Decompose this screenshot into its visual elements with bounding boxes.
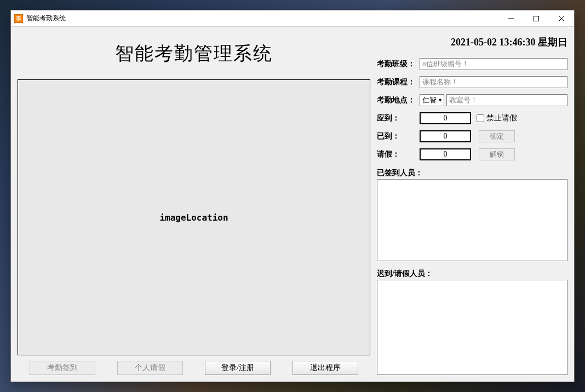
location-label: 考勤地点：: [377, 95, 420, 105]
maximize-button[interactable]: [524, 10, 549, 26]
minimize-icon: [508, 16, 514, 21]
building-select[interactable]: 仁智 ▼: [420, 94, 444, 106]
close-icon: [559, 16, 564, 21]
window-title: 智能考勤系统: [26, 14, 66, 23]
maximize-icon: [534, 16, 539, 21]
minimize-button[interactable]: [498, 10, 524, 26]
late-leave-list[interactable]: [377, 280, 567, 375]
expected-label: 应到：: [377, 113, 420, 123]
signin-button[interactable]: 考勤签到: [30, 361, 95, 375]
expected-value: 0: [420, 112, 471, 124]
late-section-label: 迟到/请假人员：: [377, 269, 567, 279]
client-area: 智能考勤管理系统 imageLocation 考勤签到 个人请假 登录/注册 退…: [11, 27, 574, 382]
leave-value: 0: [420, 148, 471, 160]
class-input[interactable]: [420, 58, 567, 70]
personal-leave-button[interactable]: 个人请假: [117, 361, 183, 375]
exit-button[interactable]: 退出程序: [292, 361, 358, 375]
arrived-value: 0: [420, 130, 471, 142]
signed-section-label: 已签到人员：: [377, 168, 567, 178]
app-icon: 季: [14, 14, 23, 23]
forbid-leave-checkbox[interactable]: 禁止请假: [477, 113, 517, 123]
course-label: 考勤课程：: [377, 77, 420, 87]
leave-label: 请假：: [377, 149, 420, 159]
unlock-button[interactable]: 解锁: [479, 148, 515, 160]
right-pane: 2021-05-02 13:46:30 星期日 考勤班级： 考勤课程： 考勤地点…: [377, 31, 567, 375]
class-label: 考勤班级：: [377, 59, 420, 69]
course-input[interactable]: [420, 76, 567, 88]
chevron-down-icon: ▼: [438, 97, 443, 103]
building-selected-text: 仁智: [422, 95, 437, 105]
arrived-label: 已到：: [377, 131, 420, 141]
login-register-button[interactable]: 登录/注册: [205, 361, 271, 375]
left-pane: 智能考勤管理系统 imageLocation 考勤签到 个人请假 登录/注册 退…: [18, 31, 370, 375]
signed-list[interactable]: [377, 179, 567, 261]
forbid-leave-input[interactable]: [477, 114, 484, 122]
camera-image-area: imageLocation: [18, 79, 370, 355]
datetime-display: 2021-05-02 13:46:30 星期日: [377, 36, 567, 49]
room-input[interactable]: [446, 94, 567, 106]
page-title: 智能考勤管理系统: [18, 41, 370, 66]
image-placeholder-text: imageLocation: [159, 212, 228, 223]
close-button[interactable]: [549, 10, 574, 26]
titlebar: 季 智能考勤系统: [11, 10, 574, 27]
forbid-leave-label: 禁止请假: [486, 113, 517, 123]
app-window: 季 智能考勤系统 智能考勤管理系统 imageLocation 考勤签到 个人请…: [10, 10, 575, 382]
confirm-button[interactable]: 确定: [479, 130, 515, 142]
svg-rect-1: [534, 16, 539, 21]
